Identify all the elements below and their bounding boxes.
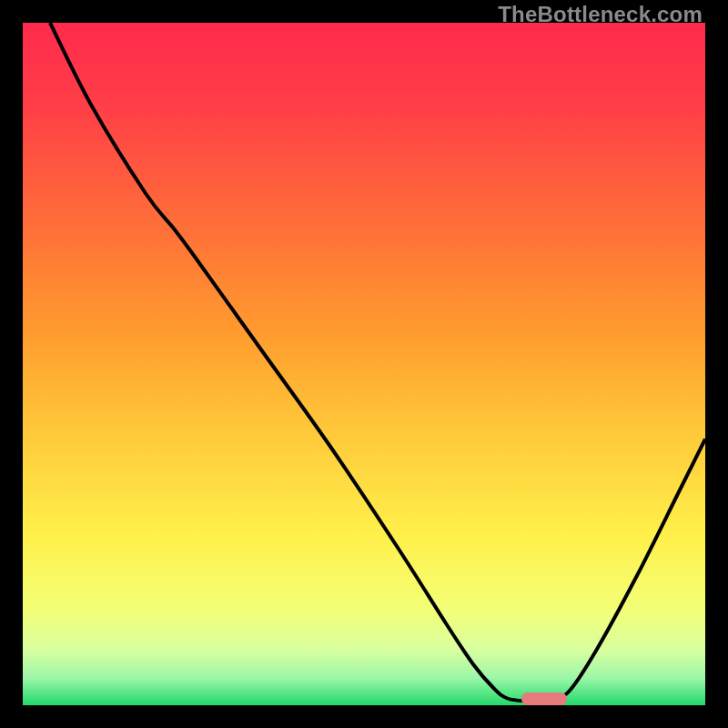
- curve-path: [50, 23, 705, 702]
- watermark-text: TheBottleneck.com: [498, 2, 703, 27]
- chart-frame: [23, 23, 705, 705]
- optimal-range-marker: [521, 693, 567, 705]
- bottleneck-curve: [23, 23, 705, 705]
